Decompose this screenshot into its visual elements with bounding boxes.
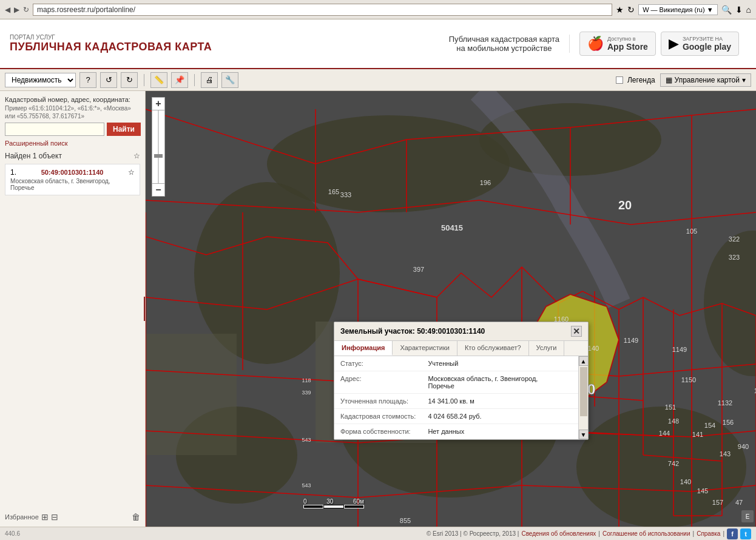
- svg-text:143: 143: [720, 450, 731, 457]
- search-button[interactable]: Найти: [107, 123, 141, 136]
- svg-text:151: 151: [665, 403, 676, 411]
- tab-service[interactable]: Кто обслуживает?: [457, 341, 529, 356]
- manage-map-btn[interactable]: ▦ Управление картой ▾: [660, 73, 751, 87]
- zoom-slider[interactable]: [152, 110, 165, 183]
- googleplay-available: ЗАГРУЗИТЕ НА: [683, 36, 731, 42]
- svg-text:1149: 1149: [672, 346, 687, 353]
- map-area[interactable]: 50 165 196 360 20 105 322 323 50415 397 …: [146, 91, 756, 527]
- address-bar[interactable]: [33, 4, 612, 16]
- field-value-ownership: Нет данных: [422, 424, 588, 439]
- svg-text:E: E: [746, 513, 750, 520]
- promo-line1: Публичная кадастровая карта: [449, 35, 559, 44]
- table-row: Кадастровая стоимость: 4 024 658.24 руб.: [334, 409, 588, 424]
- svg-text:855: 855: [400, 517, 411, 524]
- scale-labels: 0 30 60м: [303, 498, 364, 505]
- legend-toggle[interactable]: Легенда: [616, 76, 655, 84]
- twitter-icon[interactable]: t: [740, 528, 751, 539]
- undo-btn[interactable]: ↺: [100, 72, 117, 88]
- svg-text:998: 998: [552, 526, 562, 527]
- popup-close-btn[interactable]: ✕: [571, 326, 582, 337]
- googleplay-button[interactable]: ▶ ЗАГРУЗИТЕ НА Google play: [661, 32, 739, 56]
- svg-text:1149: 1149: [624, 337, 638, 344]
- measure-btn[interactable]: 📏: [150, 72, 167, 88]
- terms-link[interactable]: Соглашение об использовании: [602, 530, 690, 537]
- update-info-link[interactable]: Сведения об обновлениях: [521, 530, 596, 537]
- browser-bar: ◀ ▶ ↻ ★ ↻ W — Википедия (ru) ▼ 🔍 ⬇ ⌂: [0, 0, 756, 19]
- table-row: Статус: Учтенный: [334, 356, 588, 371]
- refresh-btn[interactable]: ↻: [23, 5, 29, 14]
- footer-sep3: |: [723, 530, 724, 537]
- popup-header: Земельный участок: 50:49:0010301:1140 ✕: [334, 322, 588, 341]
- favorites-label: Избранное: [5, 513, 39, 521]
- zoom-out-btn[interactable]: −: [152, 183, 165, 197]
- table-row: Форма собственности: Нет данных: [334, 424, 588, 439]
- table-row: Уточненная площадь: 14 341.00 кв. м: [334, 394, 588, 409]
- refresh-icon[interactable]: ↻: [627, 5, 635, 15]
- favorites-bar: Избранное ⊞ ⊟ 🗑: [5, 512, 140, 522]
- forward-btn[interactable]: ▶: [14, 5, 19, 14]
- results-header: Найден 1 объект ☆: [5, 152, 140, 160]
- social-icons: f t: [727, 528, 751, 539]
- help-tool-btn[interactable]: ?: [79, 72, 96, 88]
- promo-line2: на мобильном устройстве: [449, 44, 559, 53]
- map-bottom-icons: E: [741, 510, 754, 524]
- wiki-search[interactable]: W — Википедия (ru) ▼: [638, 4, 717, 15]
- property-type-select[interactable]: Недвижимость: [5, 73, 76, 87]
- zoom-track: [158, 110, 159, 183]
- svg-text:940: 940: [738, 443, 749, 450]
- svg-text:543: 543: [302, 437, 311, 443]
- delete-favorite-icon[interactable]: 🗑: [132, 512, 140, 522]
- tab-info[interactable]: Информация: [334, 341, 393, 356]
- scale-line: [303, 505, 364, 508]
- field-value-address: Московская область, г. Звенигород,Поречь…: [422, 371, 588, 394]
- redo-btn[interactable]: ↻: [121, 72, 138, 88]
- field-label-cost: Кадастровая стоимость:: [334, 409, 422, 424]
- legend-checkbox[interactable]: [616, 76, 623, 84]
- scrollbar-thumb[interactable]: [580, 367, 587, 416]
- search-icon[interactable]: 🔍: [721, 5, 732, 15]
- appstore-button[interactable]: 🍎 Доступно в App Store: [579, 32, 656, 56]
- home-icon[interactable]: ⌂: [746, 5, 751, 15]
- facebook-icon[interactable]: f: [727, 528, 738, 539]
- add-favorite-icon[interactable]: ⊞: [41, 512, 49, 522]
- print-btn[interactable]: 🖨: [201, 72, 218, 88]
- pin-btn[interactable]: 📌: [171, 72, 188, 88]
- result-bookmark-icon[interactable]: ☆: [128, 168, 135, 177]
- scrollbar-up-btn[interactable]: ▲: [579, 356, 589, 366]
- footer-sep2: |: [693, 530, 695, 537]
- zoom-handle[interactable]: [154, 154, 163, 158]
- info-popup: Земельный участок: 50:49:0010301:1140 ✕ …: [334, 322, 589, 440]
- popup-scrollbar: ▲ ▼: [578, 356, 588, 439]
- field-value-status: Учтенный: [422, 356, 588, 371]
- svg-text:397: 397: [413, 266, 424, 273]
- tab-services[interactable]: Услуги: [529, 341, 565, 356]
- search-hint: Пример «61:6:10104:12», «61:6:*», «Москв…: [5, 104, 140, 120]
- back-btn[interactable]: ◀: [5, 5, 10, 14]
- svg-text:1132: 1132: [718, 399, 732, 407]
- export-favorite-icon[interactable]: ⊟: [51, 512, 58, 522]
- scrollbar-down-btn[interactable]: ▼: [579, 430, 589, 439]
- results-count: Найден 1 объект: [5, 152, 62, 160]
- svg-text:196: 196: [480, 179, 491, 186]
- download-icon[interactable]: ⬇: [735, 5, 743, 15]
- result-address: Московская область, г. Звенигород,Поречь…: [10, 178, 135, 191]
- result-item[interactable]: 1. 50:49:0010301:1140 ☆ Московская облас…: [5, 164, 140, 195]
- googleplay-name: Google play: [683, 42, 731, 52]
- advanced-search-link[interactable]: Расширенный поиск: [5, 140, 140, 147]
- bookmark-icon[interactable]: ★: [616, 5, 624, 15]
- toolbar-sep1: [144, 74, 144, 86]
- search-input[interactable]: [5, 123, 104, 136]
- zoom-in-btn[interactable]: +: [152, 97, 165, 110]
- scale-seg1: [303, 505, 323, 508]
- mobile-promo: Публичная кадастровая карта на мобильном…: [449, 35, 570, 53]
- bookmark-results-icon[interactable]: ☆: [133, 152, 140, 160]
- svg-text:154: 154: [704, 422, 715, 429]
- popup-table: Статус: Учтенный Адрес: Московская облас…: [334, 356, 588, 439]
- footer: 440.6 © Esri 2013 | © Росреестр, 2013 | …: [0, 527, 756, 540]
- appstore-text: Доступно в App Store: [607, 36, 648, 52]
- help-link[interactable]: Справка: [697, 530, 720, 537]
- settings-btn[interactable]: 🔧: [221, 72, 238, 88]
- tab-characteristics[interactable]: Характеристики: [393, 341, 457, 356]
- appstore-name: App Store: [607, 42, 648, 52]
- field-label-area: Уточненная площадь:: [334, 394, 422, 409]
